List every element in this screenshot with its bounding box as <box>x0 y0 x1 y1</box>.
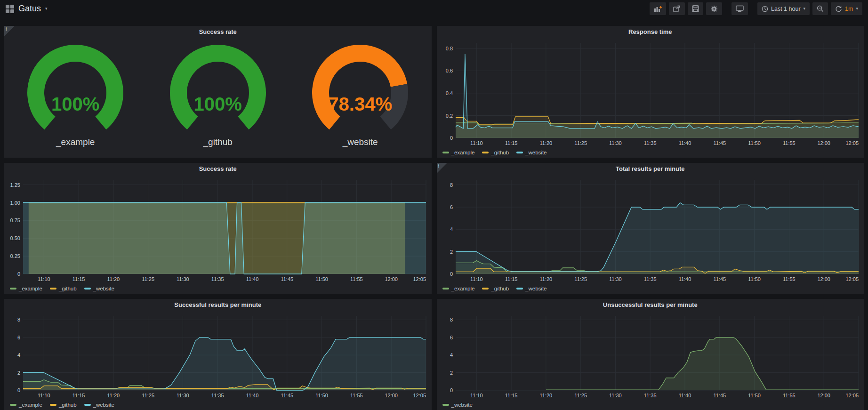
svg-text:11:50: 11:50 <box>748 393 761 398</box>
svg-text:12:00: 12:00 <box>817 140 830 146</box>
svg-text:11:15: 11:15 <box>505 140 517 146</box>
top-navbar: Gatus ▾ Last 1 hour ▾ 1m <box>0 0 868 17</box>
svg-text:4: 4 <box>17 352 20 358</box>
legend-item-_github[interactable]: _github <box>50 402 77 408</box>
chart-plot[interactable]: 00.20.40.60.811:1011:1511:2011:2511:3011… <box>437 38 864 147</box>
legend-item-_example[interactable]: _example <box>10 286 42 291</box>
legend-item-_website[interactable]: _website <box>516 286 547 291</box>
gauge-example: 100% _example <box>4 43 146 158</box>
legend-item-_github[interactable]: _github <box>482 286 509 291</box>
chart-legend: _example_github_website <box>4 400 432 410</box>
legend-item-_example[interactable]: _example <box>10 402 42 408</box>
svg-text:11:25: 11:25 <box>142 276 154 282</box>
svg-text:11:10: 11:10 <box>38 276 50 282</box>
panel-title[interactable]: Total results per minute <box>437 163 864 175</box>
chart-plot[interactable]: 0246811:1011:1511:2011:2511:3011:3511:40… <box>437 311 864 400</box>
panel-successful-results: Successful results per minute 0246811:10… <box>4 299 432 410</box>
panel-response-time: Response time 00.20.40.60.811:1011:1511:… <box>437 26 864 158</box>
svg-text:11:55: 11:55 <box>350 393 363 398</box>
panel-title[interactable]: Response time <box>437 26 864 38</box>
gauge-label: _github <box>203 137 233 147</box>
zoom-out-button[interactable] <box>812 2 828 15</box>
legend-item-_github[interactable]: _github <box>50 286 77 291</box>
svg-text:11:10: 11:10 <box>470 393 482 398</box>
panel-success-rate-timeseries: Success rate 00.250.500.751.001.2511:101… <box>4 163 432 294</box>
legend-item-_website[interactable]: _website <box>84 286 114 291</box>
add-panel-button[interactable] <box>650 2 666 15</box>
svg-text:6: 6 <box>17 335 20 340</box>
legend-label: _example <box>451 150 475 155</box>
svg-text:11:45: 11:45 <box>281 276 293 282</box>
panel-title[interactable]: Successful results per minute <box>4 299 432 311</box>
svg-text:0.2: 0.2 <box>445 113 452 119</box>
svg-text:12:00: 12:00 <box>385 393 398 398</box>
legend-marker <box>50 288 56 289</box>
legend-item-_github[interactable]: _github <box>482 150 509 155</box>
svg-text:11:40: 11:40 <box>678 276 691 282</box>
share-button[interactable] <box>669 2 685 15</box>
gauge-arc-container <box>147 43 289 136</box>
legend-item-_website[interactable]: _website <box>442 402 473 408</box>
svg-text:8: 8 <box>450 317 452 322</box>
panel-info-corner[interactable]: i <box>437 163 447 173</box>
chart-plot[interactable]: 0246811:1011:1511:2011:2511:3011:3511:40… <box>437 175 864 283</box>
svg-text:11:40: 11:40 <box>246 393 259 398</box>
legend-marker <box>84 288 91 289</box>
svg-text:11:10: 11:10 <box>470 276 482 282</box>
svg-text:11:10: 11:10 <box>470 140 482 146</box>
cycle-view-button[interactable] <box>731 2 748 15</box>
legend-item-_website[interactable]: _website <box>84 402 114 408</box>
svg-text:11:25: 11:25 <box>142 393 154 398</box>
gauge-value: 78.34% <box>289 94 431 115</box>
legend-label: _github <box>59 402 77 408</box>
legend-item-_example[interactable]: _example <box>442 150 475 155</box>
chart-svg: 00.250.500.751.001.2511:1011:1511:2011:2… <box>4 175 432 283</box>
dashboard-title-group[interactable]: Gatus ▾ <box>6 4 48 14</box>
legend-item-_website[interactable]: _website <box>516 150 547 155</box>
gauge-row: 100% _example 100% _github 78.34% _websi… <box>4 38 432 158</box>
svg-text:0: 0 <box>450 135 452 141</box>
panel-total-results: i Total results per minute 0246811:1011:… <box>437 163 864 294</box>
svg-text:11:15: 11:15 <box>72 276 85 282</box>
panel-title[interactable]: Success rate <box>4 163 432 175</box>
legend-item-_example[interactable]: _example <box>442 286 475 291</box>
gauge-arc-svg <box>289 43 431 136</box>
svg-text:11:30: 11:30 <box>177 276 189 282</box>
svg-text:1.00: 1.00 <box>10 200 20 206</box>
settings-button[interactable] <box>706 2 722 15</box>
tv-monitor-icon <box>736 5 744 12</box>
legend-label: _website <box>93 402 114 408</box>
panel-title[interactable]: Success rate <box>4 26 432 38</box>
svg-text:11:55: 11:55 <box>783 393 796 398</box>
time-range-picker[interactable]: Last 1 hour ▾ <box>757 2 810 15</box>
svg-text:11:55: 11:55 <box>783 276 796 282</box>
panel-unsuccessful-results: Unsuccessful results per minute 0246811:… <box>437 299 864 410</box>
legend-label: _website <box>451 402 473 408</box>
legend-label: _github <box>491 286 509 291</box>
clock-icon <box>762 6 768 12</box>
svg-text:12:05: 12:05 <box>413 393 426 398</box>
svg-text:11:50: 11:50 <box>315 393 328 398</box>
refresh-button[interactable]: 1m ▾ <box>831 2 862 15</box>
legend-label: _website <box>525 286 547 291</box>
time-range-caret-icon: ▾ <box>804 7 806 11</box>
svg-text:6: 6 <box>450 204 452 210</box>
svg-text:11:35: 11:35 <box>643 140 656 146</box>
svg-text:11:40: 11:40 <box>678 393 691 398</box>
chart-plot[interactable]: 00.250.500.751.001.2511:1011:1511:2011:2… <box>4 175 432 283</box>
svg-text:11:20: 11:20 <box>539 393 552 398</box>
dashboard-title[interactable]: Gatus <box>18 4 41 14</box>
svg-text:12:05: 12:05 <box>845 140 859 146</box>
svg-text:11:50: 11:50 <box>748 140 761 146</box>
legend-label: _website <box>525 150 547 155</box>
chart-plot[interactable]: 0246811:1011:1511:2011:2511:3011:3511:40… <box>4 311 432 400</box>
svg-text:0.8: 0.8 <box>445 46 452 51</box>
panel-title[interactable]: Unsuccessful results per minute <box>437 299 864 311</box>
apps-grid-icon[interactable] <box>6 5 14 13</box>
gauge-arc-svg <box>4 43 146 136</box>
svg-text:11:35: 11:35 <box>643 276 656 282</box>
svg-text:11:40: 11:40 <box>678 140 691 146</box>
legend-marker <box>516 152 523 153</box>
save-button[interactable] <box>688 2 703 15</box>
panel-info-corner[interactable]: i <box>4 26 15 36</box>
